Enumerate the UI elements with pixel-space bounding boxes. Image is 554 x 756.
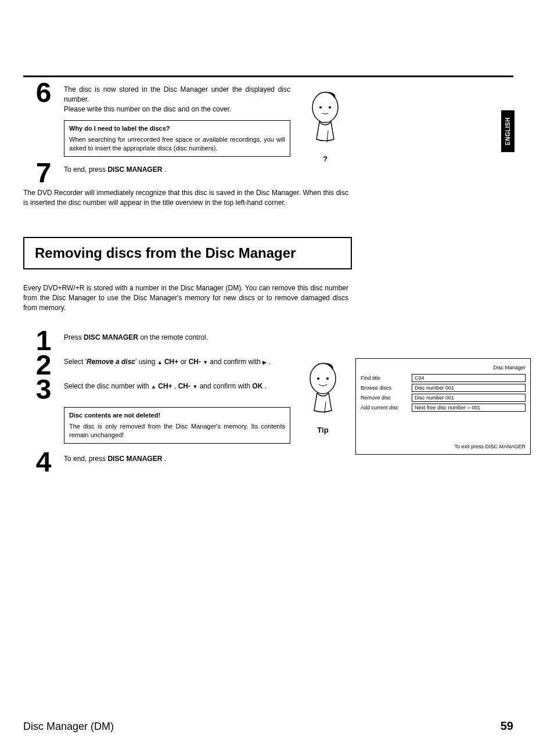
s3-t3: and confirm with bbox=[197, 382, 252, 390]
osd-row-browse-discs: Browse discs Disc number 001 bbox=[361, 384, 526, 392]
s2-t4: or bbox=[178, 358, 188, 366]
s2-t1: Select ' bbox=[64, 358, 87, 366]
section1-after-text: The DVD Recorder will immediately recogn… bbox=[23, 188, 348, 208]
s3-t4: . bbox=[262, 382, 267, 390]
s3-t1: Select the disc number with bbox=[64, 382, 151, 390]
disc-manager-osd: Disc Manager Find title C04 Browse discs… bbox=[355, 358, 531, 455]
osd-label: Remove disc bbox=[361, 394, 412, 402]
page-content: 6 The disc is now stored in the Disc Man… bbox=[0, 0, 554, 498]
illustration-label-tip: Tip bbox=[317, 426, 328, 434]
step-7-body: To end, press DISC MANAGER . bbox=[64, 161, 290, 175]
step-1: 1 Press DISC MANAGER on the remote contr… bbox=[23, 329, 290, 352]
step-number-3: 3 bbox=[23, 378, 64, 401]
illustration-column-lower: Tip bbox=[300, 329, 346, 475]
step-6: 6 The disc is now stored in the Disc Man… bbox=[23, 81, 290, 157]
svg-point-4 bbox=[317, 377, 319, 380]
step-3-body: Select the disc number with CH+ , CH- an… bbox=[64, 378, 290, 392]
step-4-button: DISC MANAGER bbox=[107, 455, 162, 463]
step-number-2: 2 bbox=[23, 354, 64, 377]
section-heading: Removing discs from the Disc Manager bbox=[35, 245, 340, 261]
down-triangle-icon bbox=[203, 358, 208, 366]
step-7-post: . bbox=[164, 165, 166, 174]
step-1-pre: Press bbox=[64, 333, 84, 341]
svg-point-5 bbox=[326, 377, 329, 380]
step-2-body: Select 'Remove a disc' using CH+ or CH- … bbox=[64, 354, 290, 368]
step-2: 2 Select 'Remove a disc' using CH+ or CH… bbox=[23, 354, 290, 377]
osd-field: C04 bbox=[412, 374, 526, 382]
osd-field: Next free disc number = 001 bbox=[412, 404, 526, 412]
osd-row-find-title: Find title C04 bbox=[361, 374, 526, 382]
s3-chdn: CH- bbox=[178, 382, 190, 390]
osd-label: Add current disc bbox=[361, 404, 412, 412]
lower-left-column: 1 Press DISC MANAGER on the remote contr… bbox=[23, 329, 290, 475]
upper-left-column: 6 The disc is now stored in the Disc Man… bbox=[23, 81, 290, 186]
step-7-button: DISC MANAGER bbox=[107, 165, 162, 174]
s2-t3: ' using bbox=[135, 358, 157, 366]
step-1-post: on the remote control. bbox=[140, 333, 208, 341]
note2-body: The disc is only removed from the Disc M… bbox=[69, 422, 285, 440]
step-6-line2: Please write this number on the disc and… bbox=[64, 105, 290, 114]
man-head-icon bbox=[305, 87, 346, 151]
step-4: 4 To end, press DISC MANAGER . bbox=[23, 451, 290, 474]
man-head-icon bbox=[303, 358, 343, 422]
step-1-body: Press DISC MANAGER on the remote control… bbox=[64, 329, 290, 343]
step-6-line1: The disc is now stored in the Disc Manag… bbox=[64, 85, 290, 105]
osd-label: Browse discs bbox=[361, 384, 412, 392]
step-7: 7 To end, press DISC MANAGER . bbox=[23, 161, 290, 185]
osd-row-remove-disc: Remove disc Disc number 001 bbox=[361, 394, 526, 402]
svg-point-2 bbox=[329, 106, 331, 109]
language-tab: ENGLISH bbox=[501, 110, 515, 152]
svg-point-1 bbox=[319, 106, 322, 109]
illustration-label-question: ? bbox=[323, 154, 328, 163]
up-triangle-icon bbox=[157, 358, 163, 366]
step-3: 3 Select the disc number with CH+ , CH- … bbox=[23, 378, 290, 401]
s2-t6: . bbox=[267, 358, 271, 366]
page-number: 59 bbox=[501, 719, 513, 733]
step-6-body: The disc is now stored in the Disc Manag… bbox=[64, 81, 290, 157]
s2-remove-a-disc: Remove a disc bbox=[87, 358, 135, 366]
step-7-pre: To end, press bbox=[64, 165, 107, 174]
s3-chup: CH+ bbox=[158, 382, 172, 390]
note-title: Why do I need to label the discs? bbox=[69, 124, 285, 133]
step-4-body: To end, press DISC MANAGER . bbox=[64, 451, 290, 464]
s2-t5: and confirm with bbox=[208, 358, 262, 366]
footer-section-title: Disc Manager (DM) bbox=[23, 721, 114, 733]
step-4-post: . bbox=[164, 455, 166, 463]
note2-title: Disc contents are not deleted! bbox=[69, 411, 285, 420]
note-body: When searching for unrecorded free space… bbox=[69, 135, 285, 153]
s2-chup: CH+ bbox=[164, 358, 178, 366]
osd-column: Disc Manager Find title C04 Browse discs… bbox=[355, 329, 531, 475]
step-number-6: 6 bbox=[23, 81, 64, 105]
osd-field: Disc number 001 bbox=[412, 384, 526, 392]
osd-title: Disc Manager bbox=[361, 363, 526, 372]
top-rule bbox=[23, 75, 513, 77]
note-box-not-deleted: Disc contents are not deleted! The disc … bbox=[64, 407, 290, 444]
osd-exit-text: To exit press DISC MANAGER bbox=[361, 442, 526, 451]
step-number-4: 4 bbox=[23, 451, 64, 474]
step-number-7: 7 bbox=[23, 161, 64, 185]
up-triangle-icon bbox=[151, 382, 156, 390]
osd-row-add-current-disc: Add current disc Next free disc number =… bbox=[361, 404, 526, 412]
section-upper: 6 The disc is now stored in the Disc Man… bbox=[23, 81, 531, 186]
osd-field: Disc number 001 bbox=[412, 394, 526, 402]
s3-ok: OK bbox=[252, 382, 262, 390]
step-1-button: DISC MANAGER bbox=[84, 333, 138, 341]
note-box-label-discs: Why do I need to label the discs? When s… bbox=[64, 120, 290, 157]
down-triangle-icon bbox=[192, 382, 197, 390]
section-heading-box: Removing discs from the Disc Manager bbox=[23, 237, 352, 269]
intro-text: Every DVD+RW/+R is stored with a number … bbox=[23, 283, 348, 313]
illustration-column-upper: ? bbox=[302, 81, 348, 186]
step-number-1: 1 bbox=[23, 329, 64, 352]
page-footer: Disc Manager (DM) 59 bbox=[23, 719, 513, 733]
osd-label: Find title bbox=[361, 374, 412, 382]
step-4-pre: To end, press bbox=[64, 455, 107, 463]
section-lower: 1 Press DISC MANAGER on the remote contr… bbox=[23, 329, 531, 475]
s2-chdn: CH- bbox=[189, 358, 201, 366]
s3-t2: , bbox=[172, 382, 178, 390]
